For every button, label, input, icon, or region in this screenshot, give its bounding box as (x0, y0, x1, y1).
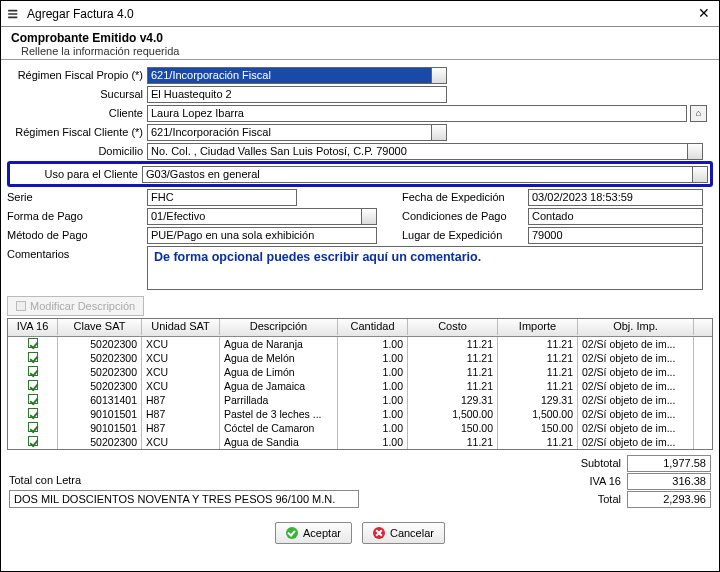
table-row[interactable]: 60131401H87Parrillada1.00129.31129.3102/… (8, 393, 712, 407)
fecha-exp-label: Fecha de Expedición (402, 191, 528, 203)
comentarios-note: De forma opcional puedes escribir aquí u… (154, 250, 481, 264)
iva-checkbox[interactable] (8, 435, 58, 450)
cell-cant: 1.00 (338, 435, 408, 450)
col-clave-sat[interactable]: Clave SAT (58, 319, 142, 335)
regimen-cliente-select[interactable]: 621/Incorporación Fiscal (147, 124, 447, 141)
sucursal-input[interactable]: El Huastequito 2 (147, 86, 447, 103)
col-obj-imp[interactable]: Obj. Imp. (578, 319, 694, 335)
cond-pago-label: Condiciones de Pago (402, 210, 528, 222)
col-cantidad[interactable]: Cantidad (338, 319, 408, 335)
cliente-label: Cliente (7, 107, 147, 119)
metodo-pago-label: Método de Pago (7, 229, 147, 241)
iva-label: IVA 16 (561, 475, 621, 487)
table-row[interactable]: 90101501H87Cóctel de Camaron1.00150.0015… (8, 421, 712, 435)
modificar-descripcion-button: Modificar Descripción (7, 296, 144, 316)
uso-cliente-label: Uso para el Cliente (12, 168, 142, 180)
subheader: Comprobante Emitido v4.0 Rellene la info… (1, 27, 719, 60)
lugar-exp-input[interactable]: 79000 (528, 227, 703, 244)
table-row[interactable]: 50202300XCUAgua de Sandia1.0011.2111.210… (8, 435, 712, 449)
table-row[interactable]: 90101501H87Pastel de 3 leches ...1.001,5… (8, 407, 712, 421)
forma-pago-select[interactable]: 01/Efectivo (147, 208, 377, 225)
uso-cliente-select[interactable]: G03/Gastos en general (142, 166, 708, 183)
subheader-subtitle: Rellene la información requerida (21, 45, 709, 57)
domicilio-label: Domicilio (7, 145, 147, 157)
aceptar-button[interactable]: Aceptar (275, 522, 352, 544)
domicilio-select[interactable]: No. Col. , Ciudad Valles San Luis Potosí… (147, 143, 703, 160)
total-label: Total (561, 493, 621, 505)
cell-costo: 11.21 (408, 435, 498, 450)
regimen-propio-select[interactable]: 621/Incorporación Fiscal (147, 67, 447, 84)
serie-input[interactable]: FHC (147, 189, 297, 206)
table-row[interactable]: 50202300XCUAgua de Limón1.0011.2111.2102… (8, 365, 712, 379)
footer-buttons: Aceptar Cancelar (1, 516, 719, 550)
check-icon (286, 527, 298, 539)
metodo-pago-input[interactable]: PUE/Pago en una sola exhibición (147, 227, 377, 244)
total-letra-value: DOS MIL DOSCIENTOS NOVENTA Y TRES PESOS … (9, 490, 359, 508)
cell-obj: 02/Sí objeto de im... (578, 435, 694, 450)
iva-value: 316.38 (627, 473, 711, 490)
app-logo-icon (7, 9, 21, 19)
fecha-exp-input[interactable]: 03/02/2023 18:53:59 (528, 189, 703, 206)
table-row[interactable]: 50202300XCUAgua de Melón1.0011.2111.2102… (8, 351, 712, 365)
subheader-title: Comprobante Emitido v4.0 (11, 31, 709, 45)
cell-clave: 50202300 (58, 435, 142, 450)
form-area: Régimen Fiscal Propio (*) 621/Incorporac… (1, 60, 719, 290)
items-grid[interactable]: IVA 16 Clave SAT Unidad SAT Descripción … (7, 318, 713, 450)
subtotal-value: 1,977.58 (627, 455, 711, 472)
regimen-propio-label: Régimen Fiscal Propio (*) (7, 69, 147, 81)
window-title: Agregar Factura 4.0 (27, 7, 695, 21)
serie-label: Serie (7, 191, 147, 203)
forma-pago-label: Forma de Pago (7, 210, 147, 222)
cancel-icon (373, 527, 385, 539)
cell-desc: Agua de Sandia (220, 435, 338, 450)
total-value: 2,293.96 (627, 491, 711, 508)
comentarios-input[interactable]: De forma opcional puedes escribir aquí u… (147, 246, 703, 290)
lugar-exp-label: Lugar de Expedición (402, 229, 528, 241)
cell-importe: 11.21 (498, 435, 578, 450)
col-importe[interactable]: Importe (498, 319, 578, 335)
cliente-input[interactable]: Laura Lopez Ibarra (147, 105, 687, 122)
close-icon[interactable]: ✕ (695, 5, 713, 23)
col-costo[interactable]: Costo (408, 319, 498, 335)
cancelar-button[interactable]: Cancelar (362, 522, 445, 544)
col-descripcion[interactable]: Descripción (220, 319, 338, 335)
rolodex-icon: ⌂ (696, 108, 701, 118)
cond-pago-input[interactable]: Contado (528, 208, 703, 225)
col-unidad-sat[interactable]: Unidad SAT (142, 319, 220, 335)
edit-icon (16, 301, 26, 311)
cliente-lookup-button[interactable]: ⌂ (690, 105, 707, 122)
total-letra-label: Total con Letra (9, 474, 81, 486)
table-row[interactable]: 50202300XCUAgua de Jamaica1.0011.2111.21… (8, 379, 712, 393)
grid-header: IVA 16 Clave SAT Unidad SAT Descripción … (8, 319, 712, 337)
subtotal-label: Subtotal (561, 457, 621, 469)
table-row[interactable]: 50202300XCUAgua de Naranja1.0011.2111.21… (8, 337, 712, 351)
cell-unidad: XCU (142, 435, 220, 450)
comentarios-label: Comentarios (7, 246, 147, 290)
sucursal-label: Sucursal (7, 88, 147, 100)
totals-area: Total con Letra DOS MIL DOSCIENTOS NOVEN… (9, 454, 711, 508)
col-iva[interactable]: IVA 16 (8, 319, 58, 335)
titlebar: Agregar Factura 4.0 ✕ (1, 1, 719, 27)
regimen-cliente-label: Régimen Fiscal Cliente (*) (7, 126, 147, 138)
